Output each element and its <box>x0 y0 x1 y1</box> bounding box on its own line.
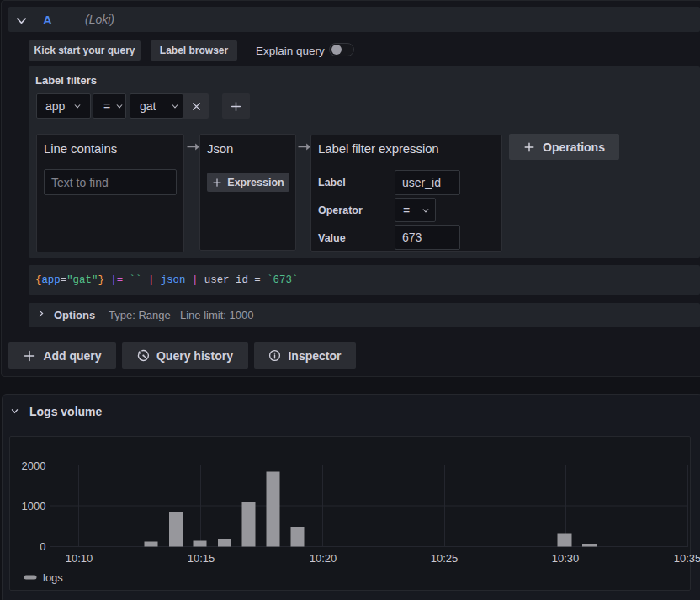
svg-text:10:30: 10:30 <box>552 552 580 565</box>
svg-text:10:15: 10:15 <box>188 552 215 565</box>
svg-text:2000: 2000 <box>22 459 46 472</box>
svg-text:10:35: 10:35 <box>674 552 700 565</box>
svg-text:0: 0 <box>40 540 45 553</box>
svg-text:10:20: 10:20 <box>310 552 337 565</box>
svg-text:1000: 1000 <box>22 500 46 512</box>
svg-text:10:10: 10:10 <box>66 552 93 565</box>
svg-text:logs: logs <box>43 571 63 584</box>
svg-text:10:25: 10:25 <box>431 552 459 565</box>
